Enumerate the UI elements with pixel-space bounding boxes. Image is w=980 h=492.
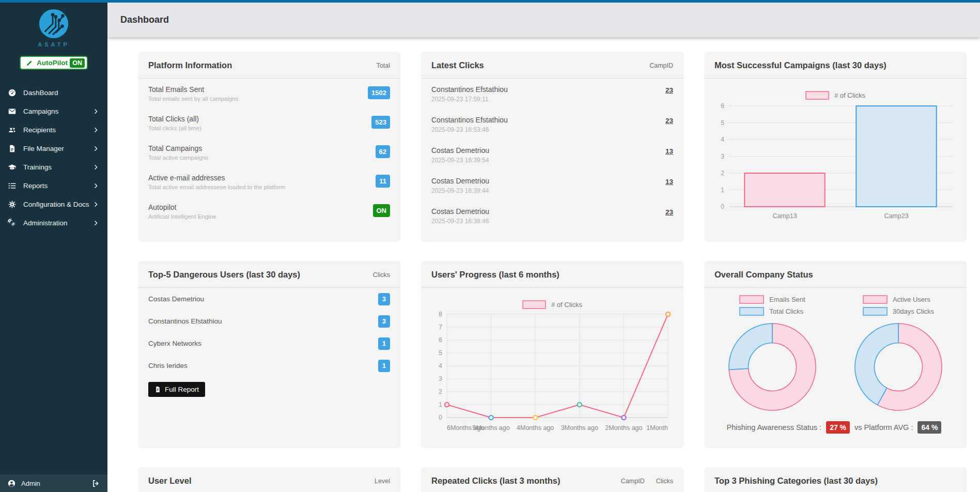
donut-users-vs-clicks: Active Users 30days Clicks xyxy=(852,295,944,413)
user-name: Chris Ierides xyxy=(148,362,188,370)
dangerous-user-row: Constantinos Efstathiou 3 xyxy=(138,310,400,332)
document-icon xyxy=(154,386,161,393)
svg-text:Camp13: Camp13 xyxy=(772,212,797,220)
top-accent-bar xyxy=(0,0,980,3)
svg-text:2: 2 xyxy=(721,170,724,177)
stat-value-badge: 1502 xyxy=(368,86,390,99)
column-label: Total xyxy=(377,62,390,69)
chevron-right-icon xyxy=(92,127,99,133)
sidebar-item-label: Trainings xyxy=(23,163,92,171)
status-label: Phishing Awareness Status : xyxy=(727,423,822,432)
list-icon xyxy=(8,181,17,190)
svg-text:5: 5 xyxy=(721,119,724,127)
users-icon xyxy=(8,126,17,134)
clicks-badge: 3 xyxy=(378,315,390,328)
svg-text:5Months ago: 5Months ago xyxy=(472,424,509,432)
sidebar-item-label: Campaigns xyxy=(23,107,92,115)
clicks-badge: 1 xyxy=(378,337,390,350)
sidebar-item-campaigns[interactable]: Campaigns xyxy=(0,102,107,120)
stat-sublabel: Total clicks (all time) xyxy=(148,125,201,131)
stat-sublabel: Total active campaigns xyxy=(148,155,208,161)
sidebar-item-administration[interactable]: Administration xyxy=(0,213,107,232)
envelope-icon xyxy=(8,107,17,116)
stat-label: Total Emails Sent xyxy=(148,85,239,94)
panel-title: Overall Company Status xyxy=(714,270,813,280)
chart-legend: # of Clicks xyxy=(430,300,674,309)
chevron-right-icon xyxy=(92,201,99,208)
pencil-icon xyxy=(26,59,33,67)
column-label: Clicks xyxy=(373,271,390,279)
camp-id-link[interactable]: 23 xyxy=(665,86,673,94)
most-successful-campaigns-card: Most Successful Campaigns (last 30 days)… xyxy=(704,52,967,242)
panel-title: Repeated Clicks (last 3 months) xyxy=(431,476,560,486)
sidebar-item-dashboard[interactable]: DashBoard xyxy=(0,83,107,102)
svg-text:5: 5 xyxy=(439,349,442,357)
sidebar-item-trainings[interactable]: Trainings xyxy=(0,158,107,176)
overall-company-status-card: Overall Company Status Emails Sent Total… xyxy=(704,261,967,448)
click-timestamp: 2025-09-23 16:39:44 xyxy=(431,187,489,194)
sidebar-item-label: Configuration & Docs xyxy=(23,201,92,208)
stat-label: Active e-mail addresses xyxy=(148,174,285,182)
panel-title: Platform Information xyxy=(148,60,232,70)
platform-avg-badge: 64 % xyxy=(917,421,941,434)
logo-text: ASATP xyxy=(38,41,69,48)
legend-label: Total Clicks xyxy=(769,308,803,315)
user-name: Cyberx Networks xyxy=(148,340,201,347)
logout-icon[interactable] xyxy=(91,479,100,488)
legend-label: Active Users xyxy=(893,296,930,303)
stat-row: Total Emails Sent Total emails sent by a… xyxy=(138,79,400,108)
click-user-name: Constantinos Efstathiou xyxy=(431,116,508,124)
svg-text:3: 3 xyxy=(721,153,724,160)
svg-text:0: 0 xyxy=(721,203,724,210)
stat-value-badge: 523 xyxy=(371,116,390,129)
sidebar-item-label: Recipients xyxy=(23,126,92,134)
dashboard-grid: Platform Information Total Total Emails … xyxy=(107,37,980,492)
legend-swatch-blue xyxy=(739,307,764,316)
sidebar-item-recipients[interactable]: Recipients xyxy=(0,120,107,139)
chart-legend: # of Clicks xyxy=(713,91,957,100)
sidebar-item-file-manager[interactable]: File Manager xyxy=(0,139,107,158)
page-header: Dashboard xyxy=(107,3,980,37)
gears-icon xyxy=(8,219,17,227)
chevron-right-icon xyxy=(92,164,99,171)
progress-line-chart: 0123456786Months ago5Months ago4Months a… xyxy=(430,310,673,434)
stat-label: Total Clicks (all) xyxy=(148,115,201,123)
sidebar-item-label: Administration xyxy=(23,219,92,227)
campaigns-bar-chart: 0123456Camp13Camp23 xyxy=(713,101,956,222)
panel-title: User Level xyxy=(148,476,191,486)
donut-legend: Active Users 30days Clicks xyxy=(863,295,934,316)
status-label: vs Platform AVG : xyxy=(854,423,913,432)
main-area: Dashboard Platform Information Total Tot… xyxy=(107,0,980,492)
column-label: CampID xyxy=(649,62,673,69)
phishing-awareness-status: Phishing Awareness Status : 27 % vs Plat… xyxy=(704,421,967,434)
top-dangerous-users-card: Top-5 Dangerous Users (last 30 days) Cli… xyxy=(138,261,400,448)
legend-swatch-pink xyxy=(863,295,888,304)
camp-id-link[interactable]: 13 xyxy=(665,178,673,186)
autopilot-toggle[interactable]: AutoPilot ON xyxy=(20,56,88,70)
legend-label: # of Clicks xyxy=(834,91,865,99)
svg-text:1: 1 xyxy=(721,187,724,194)
stat-value-badge: ON xyxy=(373,204,391,217)
stat-value-badge: 62 xyxy=(376,145,390,158)
svg-text:1: 1 xyxy=(439,401,442,408)
stat-label: Total Campaings xyxy=(148,144,208,152)
full-report-label: Full Report xyxy=(165,386,199,393)
svg-text:4Months ago: 4Months ago xyxy=(517,424,554,432)
sidebar-item-reports[interactable]: Reports xyxy=(0,176,107,195)
chevron-right-icon xyxy=(92,182,99,189)
admin-user-label: Admin xyxy=(21,480,91,487)
stat-sublabel: Total active email addressese loaded to … xyxy=(148,184,285,190)
emails-clicks-donut-chart xyxy=(726,321,818,413)
sidebar-item-configuration[interactable]: Configuration & Docs xyxy=(0,195,107,213)
camp-id-link[interactable]: 13 xyxy=(665,147,673,155)
dangerous-user-row: Chris Ierides 1 xyxy=(138,355,400,377)
stat-sublabel: Total emails sent by all campaigns xyxy=(148,96,239,102)
camp-id-link[interactable]: 23 xyxy=(665,208,673,216)
column-label: CampID xyxy=(621,478,645,485)
asatp-logo-icon xyxy=(38,8,70,40)
camp-id-link[interactable]: 23 xyxy=(665,117,673,125)
click-row: Costas Demetriou 2025-09-23 16:38:46 23 xyxy=(421,201,683,231)
full-report-button[interactable]: Full Report xyxy=(148,382,205,397)
click-user-name: Costas Demetriou xyxy=(431,146,489,155)
stat-sublabel: Artificial Intelligent Engine xyxy=(148,213,216,220)
